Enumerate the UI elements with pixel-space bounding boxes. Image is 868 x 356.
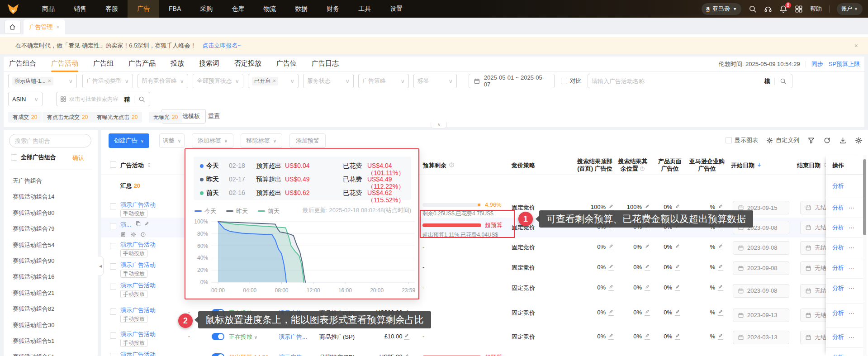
date-range-picker[interactable]: 2025-05-01 ~ 2025-05-07 bbox=[469, 74, 555, 88]
sidebar-item-3[interactable]: 赛狐活动组合79 bbox=[13, 225, 54, 233]
subnav-tab-广告日志[interactable]: 广告日志 bbox=[312, 57, 339, 72]
start-date-cell[interactable]: 2023-09-08 bbox=[733, 284, 789, 298]
search-icon[interactable] bbox=[749, 5, 757, 13]
sidebar-item-7[interactable]: 赛狐活动组合21 bbox=[13, 289, 54, 297]
subnav-tab-搜索词[interactable]: 搜索词 bbox=[199, 57, 219, 72]
start-date-cell[interactable]: 2023-09-08 bbox=[733, 261, 789, 275]
portfolio-search-input[interactable] bbox=[9, 134, 84, 147]
analyze-link[interactable]: 分析 bbox=[832, 333, 844, 341]
placement-edit[interactable] bbox=[718, 309, 723, 316]
tab-ad-management[interactable]: 广告管理 × bbox=[24, 19, 65, 34]
edit-icon[interactable] bbox=[718, 309, 723, 316]
fuzzy-mode-toggle[interactable]: 模 bbox=[764, 77, 770, 85]
campaign-enable-toggle[interactable] bbox=[212, 353, 224, 356]
top-nav-item-物流[interactable]: 物流 bbox=[254, 0, 285, 18]
batch-search-input[interactable] bbox=[57, 92, 190, 106]
analyze-link[interactable]: 分析 bbox=[832, 353, 844, 356]
subnav-tab-投放[interactable]: 投放 bbox=[171, 57, 184, 72]
quick-tag-无曝光[interactable]: 无曝光20 bbox=[149, 112, 182, 123]
refresh-icon[interactable] bbox=[823, 137, 831, 144]
budget-progress-bar[interactable] bbox=[422, 223, 481, 227]
top-nav-item-商品[interactable]: 商品 bbox=[33, 0, 64, 18]
marketplace-selector[interactable]: a 亚马逊 ▼ bbox=[702, 3, 741, 15]
legend-item-昨天[interactable]: 昨天 bbox=[226, 207, 248, 215]
edit-icon[interactable] bbox=[718, 333, 723, 340]
filter-select-标签[interactable]: 标签∨ bbox=[413, 74, 457, 88]
subnav-tab-广告组[interactable]: 广告组 bbox=[93, 57, 114, 72]
edit-icon[interactable] bbox=[718, 204, 723, 210]
placement-edit[interactable] bbox=[718, 284, 723, 291]
exact-mode-toggle[interactable]: 精 bbox=[124, 95, 130, 104]
sidebar-item-10[interactable]: 赛狐活动组合51 bbox=[13, 337, 54, 345]
campaign-name-link[interactable]: 演示广告活动 bbox=[120, 351, 156, 356]
campaign-name-link[interactable]: 演... bbox=[120, 221, 131, 228]
all-portfolios-checkbox[interactable] bbox=[11, 154, 17, 161]
all-portfolios-row[interactable]: 全部广告组合 bbox=[11, 153, 56, 161]
show-chart-toggle[interactable]: 显示图表 bbox=[726, 136, 758, 144]
home-tab-button[interactable] bbox=[5, 20, 21, 34]
show-chart-checkbox[interactable] bbox=[726, 137, 732, 143]
search-icon[interactable] bbox=[780, 78, 787, 86]
top-nav-item-工具[interactable]: 工具 bbox=[349, 0, 380, 18]
more-actions-button[interactable]: ⋯ bbox=[849, 244, 855, 251]
portfolio-cell[interactable]: 演示广告... bbox=[279, 353, 316, 356]
account-menu[interactable]: 账户▼ bbox=[837, 3, 863, 15]
analyze-link[interactable]: 分析 bbox=[832, 309, 844, 317]
reset-button[interactable]: 重置 bbox=[208, 112, 220, 120]
campaign-enable-toggle[interactable] bbox=[212, 333, 224, 340]
sidebar-item-1[interactable]: 赛狐活动组合14 bbox=[13, 193, 54, 201]
budget-remaining-cell[interactable]: 超预算 bbox=[422, 353, 513, 356]
portfolio-cell[interactable]: 演示广告... bbox=[279, 333, 316, 341]
more-actions-button[interactable]: ⋯ bbox=[849, 265, 855, 271]
portfolio-search[interactable] bbox=[9, 134, 91, 147]
analyze-link[interactable]: 分析 bbox=[832, 204, 844, 212]
edit-icon[interactable] bbox=[718, 284, 723, 291]
row-checkbox[interactable] bbox=[110, 263, 116, 271]
header-end-date[interactable]: 结束日期 bbox=[797, 161, 828, 170]
start-date-cell[interactable]: 2023-09-13 bbox=[733, 309, 789, 322]
top-nav-item-采购[interactable]: 采购 bbox=[190, 0, 222, 18]
sidebar-item-8[interactable]: 赛狐活动组合82 bbox=[13, 305, 54, 313]
question-icon[interactable] bbox=[640, 166, 645, 173]
close-icon[interactable]: × bbox=[48, 78, 51, 84]
header-select-all-checkbox[interactable] bbox=[110, 161, 116, 169]
analyze-link[interactable]: 分析 bbox=[832, 182, 844, 190]
more-actions-button[interactable]: ⋯ bbox=[849, 224, 855, 231]
collapse-sidebar-handle[interactable]: ◀ bbox=[98, 256, 104, 276]
sidebar-item-2[interactable]: 赛狐活动组合80 bbox=[13, 209, 54, 217]
filter-select-广告活动类型[interactable]: 广告活动类型∨ bbox=[82, 74, 133, 88]
header-campaign[interactable]: 广告活动 bbox=[120, 161, 152, 170]
row-checkbox[interactable] bbox=[110, 284, 116, 291]
filter-select-服务状态[interactable]: 服务状态∨ bbox=[303, 74, 354, 88]
campaign-name-link[interactable]: 演示广告活动 bbox=[120, 282, 156, 289]
question-icon[interactable] bbox=[449, 162, 455, 169]
legend-item-今天[interactable]: 今天 bbox=[194, 207, 216, 215]
analyze-link[interactable]: 分析 bbox=[832, 264, 844, 272]
quick-tag-有成交[interactable]: 有成交20 bbox=[8, 112, 42, 123]
search-icon[interactable] bbox=[80, 138, 86, 144]
close-icon[interactable]: × bbox=[854, 42, 858, 49]
remove-tag-button[interactable]: 移除标签∨ bbox=[241, 133, 282, 148]
subnav-tab-广告组合[interactable]: 广告组合 bbox=[9, 57, 36, 72]
help-link[interactable]: 帮助 bbox=[810, 5, 822, 13]
row-checkbox[interactable] bbox=[110, 353, 116, 356]
sort-down-icon[interactable] bbox=[756, 162, 762, 169]
asin-select[interactable]: ASIN∨ bbox=[8, 92, 43, 106]
placement-edit[interactable] bbox=[718, 264, 723, 271]
scrollbar-thumb[interactable] bbox=[863, 159, 866, 235]
copy-icon[interactable] bbox=[135, 221, 141, 228]
filter-select-全部预算状态[interactable]: 全部预算状态∨ bbox=[193, 74, 243, 88]
status-select[interactable]: 已开启×∨ bbox=[248, 74, 299, 88]
budget-progress-bar[interactable] bbox=[422, 203, 481, 207]
bell-icon[interactable]: 8 bbox=[779, 5, 787, 13]
row-checkbox[interactable] bbox=[110, 243, 116, 251]
placement-edit[interactable] bbox=[718, 243, 723, 250]
more-actions-button[interactable]: ⋯ bbox=[849, 310, 855, 317]
compare-checkbox[interactable] bbox=[561, 78, 567, 84]
sidebar-item-4[interactable]: 赛狐活动组合54 bbox=[13, 241, 54, 249]
budget-remaining-cell[interactable]: 4.96%剩余0.25US$,已花费4.75US$ bbox=[422, 201, 508, 218]
sort-icon[interactable] bbox=[146, 162, 152, 169]
analyze-link[interactable]: 分析 bbox=[832, 284, 844, 292]
start-date-cell[interactable]: 2023-09-08 bbox=[733, 241, 789, 255]
close-icon[interactable]: × bbox=[56, 24, 59, 30]
